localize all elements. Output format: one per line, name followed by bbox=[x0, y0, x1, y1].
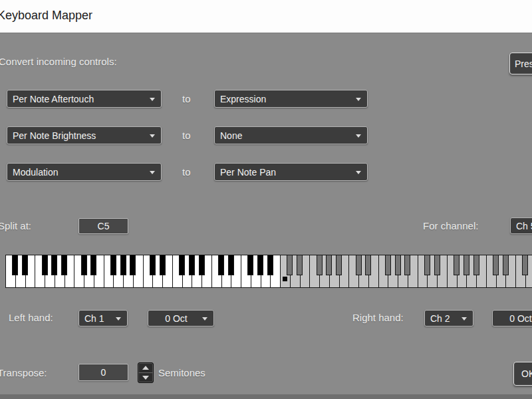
piano-key-black[interactable] bbox=[454, 255, 460, 275]
piano-key-black[interactable] bbox=[493, 255, 499, 275]
piano-key-black[interactable] bbox=[473, 255, 479, 275]
chevron-down-icon bbox=[116, 317, 121, 321]
piano-keyboard[interactable] bbox=[5, 255, 532, 288]
to-label-1: to bbox=[182, 93, 191, 104]
piano-key-black[interactable] bbox=[336, 255, 342, 275]
transpose-value: 0 bbox=[101, 367, 106, 378]
right-hand-channel-value: Ch 2 bbox=[430, 313, 450, 324]
right-hand-label: Right hand: bbox=[352, 312, 404, 323]
presets-button[interactable]: Presets bbox=[509, 53, 532, 74]
for-channel-label: For channel: bbox=[423, 220, 478, 231]
convert-from-dropdown-3[interactable]: Modulation bbox=[7, 163, 162, 181]
left-hand-channel-dropdown[interactable]: Ch 1 bbox=[78, 310, 128, 327]
piano-key-black[interactable] bbox=[522, 255, 528, 275]
convert-from-value-2: Per Note Brightness bbox=[13, 130, 96, 141]
convert-to-value-1: Expression bbox=[220, 94, 266, 104]
convert-to-dropdown-1[interactable]: Expression bbox=[214, 90, 368, 108]
piano-key-black[interactable] bbox=[464, 255, 469, 275]
transpose-spinner[interactable] bbox=[138, 362, 154, 383]
piano-key-black[interactable] bbox=[81, 255, 87, 275]
spinner-up-button[interactable] bbox=[138, 363, 153, 372]
piano-key-black[interactable] bbox=[228, 255, 234, 275]
piano-key-black[interactable] bbox=[267, 255, 273, 275]
convert-to-value-2: None bbox=[220, 130, 242, 141]
piano-key-black[interactable] bbox=[297, 255, 303, 275]
window-title: Keyboard Mapper bbox=[0, 9, 92, 23]
piano-key-black[interactable] bbox=[404, 255, 410, 275]
piano-key-black[interactable] bbox=[22, 255, 28, 275]
piano-key-black[interactable] bbox=[365, 255, 371, 275]
piano-key-black[interactable] bbox=[356, 255, 362, 275]
piano-key-black[interactable] bbox=[130, 255, 136, 275]
dialog-bottom-edge bbox=[0, 394, 532, 399]
transpose-label: Transpose: bbox=[0, 367, 47, 378]
spinner-down-button[interactable] bbox=[138, 372, 153, 382]
piano-key-black[interactable] bbox=[317, 255, 323, 275]
chevron-down-icon bbox=[150, 134, 155, 138]
ok-button-label: OK bbox=[521, 368, 532, 379]
convert-from-dropdown-2[interactable]: Per Note Brightness bbox=[7, 126, 162, 144]
chevron-down-icon bbox=[150, 171, 155, 174]
piano-key-black[interactable] bbox=[503, 255, 509, 275]
piano-key-black[interactable] bbox=[110, 255, 116, 275]
left-hand-label: Left hand: bbox=[9, 312, 53, 323]
to-label-3: to bbox=[182, 166, 191, 178]
chevron-down-icon bbox=[462, 317, 467, 321]
ok-button[interactable]: OK bbox=[513, 362, 532, 386]
spinner-down-icon bbox=[142, 376, 149, 380]
split-note-value: C5 bbox=[98, 221, 110, 231]
split-at-label: Split at: bbox=[0, 220, 31, 231]
transpose-value-field[interactable]: 0 bbox=[78, 364, 128, 381]
split-marker bbox=[283, 277, 287, 281]
semitones-label: Semitones bbox=[158, 367, 205, 378]
right-hand-channel-dropdown[interactable]: Ch 2 bbox=[424, 310, 473, 327]
piano-key-black[interactable] bbox=[257, 255, 263, 275]
split-note-field[interactable]: C5 bbox=[78, 218, 128, 234]
piano-key-black[interactable] bbox=[395, 255, 401, 275]
spinner-up-icon bbox=[142, 366, 149, 370]
right-hand-octave-value: 0 Oct bbox=[509, 313, 531, 324]
convert-from-value-3: Modulation bbox=[13, 167, 59, 178]
chevron-down-icon bbox=[202, 317, 207, 321]
piano-key-black[interactable] bbox=[199, 255, 205, 275]
left-hand-octave-dropdown[interactable]: 0 Oct bbox=[148, 310, 214, 327]
titlebar: Keyboard Mapper bbox=[0, 0, 532, 33]
left-hand-channel-value: Ch 1 bbox=[84, 313, 104, 324]
piano-key-black[interactable] bbox=[90, 255, 96, 275]
chevron-down-icon bbox=[356, 171, 361, 174]
piano-key-black[interactable] bbox=[434, 255, 440, 275]
for-channel-value: Ch 5 bbox=[516, 221, 532, 231]
convert-from-dropdown-1[interactable]: Per Note Aftertouch bbox=[7, 90, 162, 108]
piano-key-black[interactable] bbox=[247, 255, 253, 275]
piano-key-black[interactable] bbox=[189, 255, 195, 275]
piano-key-black[interactable] bbox=[179, 255, 185, 275]
piano-key-black[interactable] bbox=[326, 255, 332, 275]
presets-button-label: Presets bbox=[515, 59, 532, 69]
convert-from-value-1: Per Note Aftertouch bbox=[13, 94, 94, 104]
to-label-2: to bbox=[182, 130, 191, 141]
chevron-down-icon bbox=[356, 98, 361, 101]
piano-key-black[interactable] bbox=[51, 255, 57, 275]
chevron-down-icon bbox=[150, 98, 155, 101]
piano-key-black[interactable] bbox=[160, 255, 166, 275]
convert-to-value-3: Per Note Pan bbox=[220, 167, 276, 178]
piano-key-black[interactable] bbox=[150, 255, 156, 275]
convert-to-dropdown-3[interactable]: Per Note Pan bbox=[214, 163, 368, 181]
piano-key-black[interactable] bbox=[385, 255, 391, 275]
piano-key-black[interactable] bbox=[424, 255, 430, 275]
piano-key-black[interactable] bbox=[120, 255, 126, 275]
piano-key-black[interactable] bbox=[12, 255, 18, 275]
chevron-down-icon bbox=[356, 134, 361, 138]
right-hand-octave-dropdown[interactable]: 0 Oct bbox=[492, 310, 532, 327]
piano-key-black[interactable] bbox=[287, 255, 293, 275]
for-channel-dropdown[interactable]: Ch 5 bbox=[510, 217, 532, 234]
piano-key-black[interactable] bbox=[61, 255, 67, 275]
left-hand-octave-value: 0 Oct bbox=[165, 313, 187, 324]
piano-key-black[interactable] bbox=[218, 255, 224, 275]
convert-to-dropdown-2[interactable]: None bbox=[214, 126, 368, 144]
convert-controls-label: Convert incoming controls: bbox=[0, 56, 117, 67]
piano-key-black[interactable] bbox=[42, 255, 48, 275]
